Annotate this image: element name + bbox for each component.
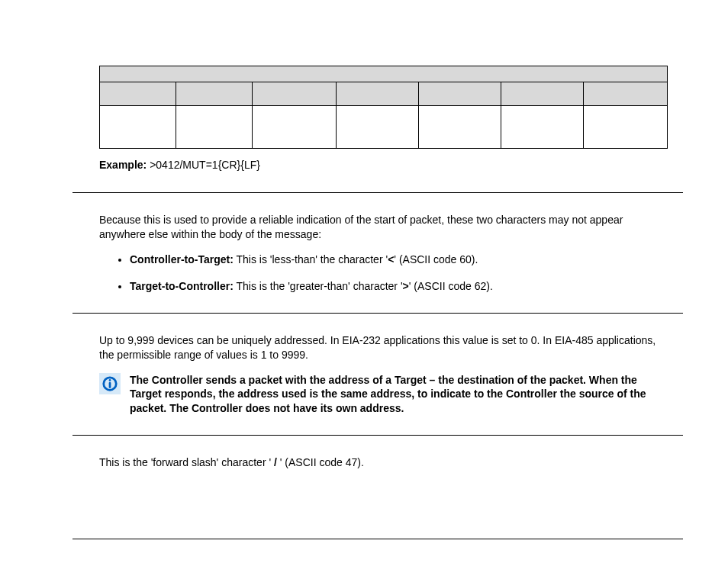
ct-text-pre: This is 'less-than' the character ' <box>234 253 388 265</box>
table-header-row <box>100 82 668 106</box>
section-rule <box>72 539 683 539</box>
section-rule <box>72 435 683 436</box>
note-text: The Controller sends a packet with the a… <box>130 373 667 415</box>
list-item: Controller-to-Target: This is 'less-than… <box>130 253 687 267</box>
delimiter-post: ' (ASCII code 47). <box>277 456 364 468</box>
greater-than-symbol: > <box>403 280 409 292</box>
tc-text-post: ' (ASCII code 62). <box>409 280 493 292</box>
table-row <box>100 106 668 149</box>
example-label: Example: <box>99 159 147 171</box>
delimiter-pre: This is the 'forward slash' character ' <box>99 456 274 468</box>
section-rule <box>72 192 683 193</box>
info-icon <box>99 373 121 394</box>
note-block: The Controller sends a packet with the a… <box>99 373 667 415</box>
table-title-row <box>100 66 668 82</box>
section-rule <box>72 313 683 314</box>
ct-text-post: ' (ASCII code 60). <box>394 253 478 265</box>
list-item: Target-to-Controller: This is the 'great… <box>130 279 687 294</box>
tc-text-pre: This is the 'greater-than' character ' <box>234 280 403 292</box>
controller-to-target-label: Controller-to-Target: <box>130 253 234 265</box>
character-list: Controller-to-Target: This is 'less-than… <box>99 253 687 294</box>
target-to-controller-label: Target-to-Controller: <box>130 280 234 292</box>
example-line: Example: >0412/MUT=1{CR}{LF} <box>99 158 667 172</box>
example-value: >0412/MUT=1{CR}{LF} <box>150 159 260 171</box>
page: Example: >0412/MUT=1{CR}{LF} Because thi… <box>0 0 728 563</box>
start-of-packet-paragraph: Because this is used to provide a reliab… <box>99 213 667 242</box>
packet-format-table <box>99 66 668 149</box>
address-paragraph: Up to 9,999 devices can be uniquely addr… <box>99 333 667 362</box>
delimiter-paragraph: This is the 'forward slash' character ' … <box>99 455 667 470</box>
